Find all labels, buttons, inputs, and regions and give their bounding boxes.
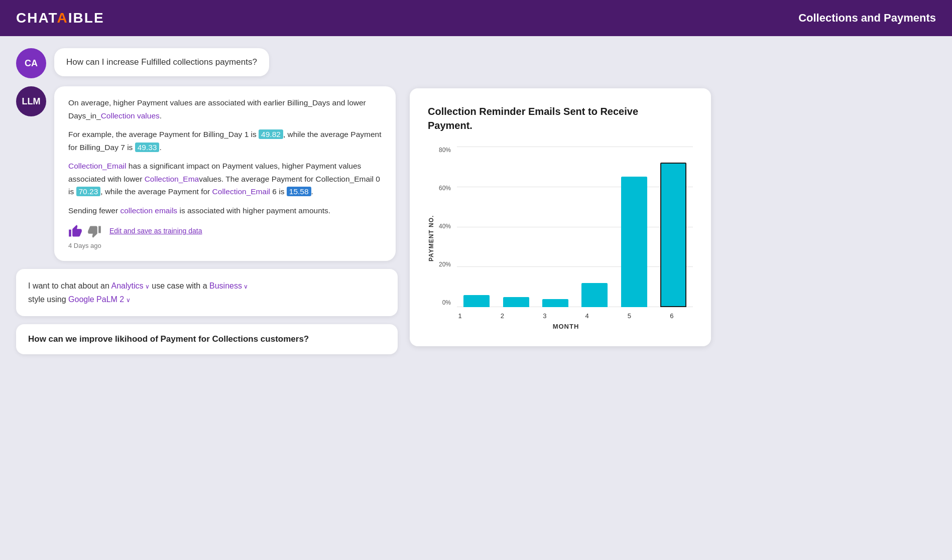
- bar-1: [463, 295, 490, 307]
- x-label-5: 5: [616, 312, 642, 320]
- bar-month-6: [660, 163, 686, 307]
- bar-month-3: [542, 299, 568, 307]
- feedback-row: Edit and save as training data: [68, 224, 382, 238]
- y-axis: 0% 20% 40% 60% 80%: [439, 147, 451, 307]
- bars-and-grid: [457, 147, 693, 307]
- input-prefix: I want to chat about an: [28, 282, 111, 290]
- collection-email-link-1: Collection_Email: [68, 162, 126, 170]
- chart-title: Collection Reminder Emails Sent to Recei…: [428, 104, 659, 132]
- input-mid1: use case with a: [150, 282, 209, 290]
- bar-month-2: [503, 297, 529, 307]
- x-axis-label: MONTH: [439, 323, 693, 330]
- thumbs-down-icon[interactable]: [87, 224, 101, 238]
- avatar-ca: CA: [16, 48, 46, 78]
- edit-save-link[interactable]: Edit and save as training data: [109, 225, 202, 237]
- chart-panel: Collection Reminder Emails Sent to Recei…: [410, 88, 711, 346]
- logo-text: CHATAIBLE: [16, 10, 104, 26]
- llm-content: On average, higher Payment values are as…: [54, 86, 396, 261]
- y-axis-label: PAYMENT NO.: [428, 147, 435, 330]
- app-header: CHATAIBLE Collections and Payments: [0, 0, 952, 36]
- page-title: Collections and Payments: [798, 12, 936, 25]
- business-dropdown[interactable]: Business: [209, 282, 242, 290]
- llm-para-3: Collection_Email has a significant impac…: [68, 160, 382, 198]
- chart-area: 0% 20% 40% 60% 80%: [439, 147, 693, 330]
- collection-emails-link: collection emails: [120, 206, 177, 215]
- bar-month-5: [621, 177, 647, 307]
- user-message-row: CA How can I increase Fulfilled collecti…: [16, 48, 398, 78]
- x-label-4: 4: [574, 312, 600, 320]
- y-tick-0: 0%: [439, 299, 451, 306]
- chat-column: CA How can I increase Fulfilled collecti…: [16, 48, 398, 548]
- input-mid2: style using: [28, 295, 68, 304]
- bar-month-4: [581, 283, 608, 307]
- chart-container: PAYMENT NO. 0% 20% 40% 60% 80%: [428, 147, 693, 330]
- model-dropdown[interactable]: Google PaLM 2: [68, 295, 124, 304]
- x-label-2: 2: [489, 312, 515, 320]
- analytics-dropdown[interactable]: Analytics: [111, 282, 143, 290]
- main-content: CA How can I increase Fulfilled collecti…: [0, 36, 952, 560]
- value-49-82: 49.82: [259, 129, 283, 139]
- bars-row: [457, 147, 693, 307]
- y-tick-60: 60%: [439, 185, 451, 192]
- value-70-23: 70.23: [76, 187, 101, 196]
- llm-message-row: LLM On average, higher Payment values ar…: [16, 86, 398, 261]
- x-labels: 1 2 3 4 5 6: [439, 312, 693, 320]
- llm-para-4: Sending fewer collection emails is assoc…: [68, 204, 382, 217]
- x-label-6: 6: [659, 312, 685, 320]
- feedback-icons: [68, 224, 101, 238]
- value-15-58: 15.58: [287, 187, 311, 196]
- avatar-llm: LLM: [16, 86, 46, 116]
- llm-para-2: For example, the average Payment for Bil…: [68, 128, 382, 154]
- collection-email-link-3: Collection_Email: [212, 187, 270, 196]
- user-bubble: How can I increase Fulfilled collections…: [54, 48, 269, 76]
- thumbs-up-icon[interactable]: [68, 224, 82, 238]
- chart-grid: 0% 20% 40% 60% 80%: [439, 147, 693, 307]
- bar-4: [581, 283, 608, 307]
- collection-values-link: Collection values: [101, 111, 160, 120]
- timestamp: 4 Days ago: [68, 240, 382, 251]
- bar-2: [503, 297, 529, 307]
- input-area[interactable]: I want to chat about an Analytics ∨ use …: [16, 269, 398, 316]
- value-49-33: 49.33: [135, 143, 160, 152]
- x-label-1: 1: [447, 312, 473, 320]
- y-tick-20: 20%: [439, 261, 451, 268]
- bar-3: [542, 299, 568, 307]
- y-tick-80: 80%: [439, 147, 451, 154]
- logo: CHATAIBLE: [16, 10, 104, 26]
- second-question: How can we improve likihood of Payment f…: [16, 324, 398, 354]
- y-tick-40: 40%: [439, 223, 451, 230]
- x-label-3: 3: [532, 312, 558, 320]
- bar-6: [660, 163, 686, 307]
- bar-month-1: [463, 295, 490, 307]
- bar-5: [621, 177, 647, 307]
- llm-para-1: On average, higher Payment values are as…: [68, 96, 382, 122]
- collection-email-link-2: Collection_Ema: [145, 175, 199, 183]
